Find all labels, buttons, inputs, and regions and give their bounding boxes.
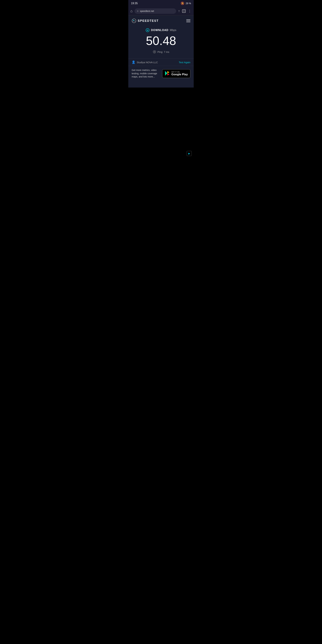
home-button[interactable]: ⌂ (130, 9, 132, 13)
ping-label: Ping (158, 50, 162, 53)
notification-icon: 🔕 (180, 2, 184, 5)
svg-point-6 (154, 52, 155, 52)
google-play-label: Google Play (172, 73, 188, 76)
address-bar[interactable]: ⊙ speedtest.net (134, 8, 176, 14)
download-label: DOWNLOAD Mbps (132, 28, 190, 32)
hamburger-menu[interactable] (186, 20, 190, 22)
google-play-banner: Get more metrics, video testing, mobile … (128, 66, 194, 81)
get-it-on-label: GET IT ON (172, 71, 188, 73)
url-text: speedtest.net (140, 10, 154, 12)
status-bar: 19:35 🔕 29 % (128, 0, 194, 7)
google-play-button[interactable]: GET IT ON Google Play (162, 69, 190, 78)
status-time: 19:35 (131, 2, 138, 5)
speedtest-logo-icon (132, 18, 136, 23)
logo-text: SPEEDTEST (138, 19, 159, 23)
play-btn-text: GET IT ON Google Play (172, 71, 188, 76)
browser-actions: ↑ 3 ⋮ (178, 9, 192, 13)
speedtest-logo: SPEEDTEST (132, 18, 159, 23)
test-again-button[interactable]: Test Again (179, 61, 190, 64)
speedtest-header: SPEEDTEST (128, 16, 194, 25)
footer-row: 👤 Studiya NOVA LLC Test Again (128, 58, 194, 66)
download-label-text: DOWNLOAD (151, 29, 168, 32)
ad-icon: ▶ (188, 152, 190, 155)
isp-label: Studiya NOVA LLC (137, 61, 158, 64)
play-banner-text: Get more metrics, video testing, mobile … (132, 68, 160, 78)
download-icon (146, 28, 150, 32)
share-button[interactable]: ↑ (178, 9, 180, 13)
ping-icon (153, 50, 156, 54)
isp-name: 👤 Studiya NOVA LLC (132, 60, 158, 64)
battery-level: 29 % (186, 2, 191, 5)
download-section: DOWNLOAD Mbps 50.48 Ping 7 ms (128, 25, 194, 58)
ad-corner-icon: ▶ (187, 151, 192, 156)
google-play-logo-icon (165, 71, 170, 76)
status-right: 🔕 29 % (180, 2, 191, 5)
ping-value: 7 ms (164, 50, 170, 53)
black-area: ▶ (128, 88, 194, 158)
person-icon: 👤 (132, 60, 135, 64)
ping-section: Ping 7 ms (132, 50, 190, 54)
browser-chrome: ⌂ ⊙ speedtest.net ↑ 3 ⋮ (128, 7, 194, 16)
download-unit: Mbps (170, 29, 176, 32)
tab-count[interactable]: 3 (182, 10, 186, 13)
site-icon: ⊙ (137, 10, 138, 12)
more-options-button[interactable]: ⋮ (188, 9, 192, 13)
main-content: SPEEDTEST DOWNLOAD Mbps 50.48 (128, 16, 194, 88)
download-speed: 50.48 (132, 34, 190, 48)
